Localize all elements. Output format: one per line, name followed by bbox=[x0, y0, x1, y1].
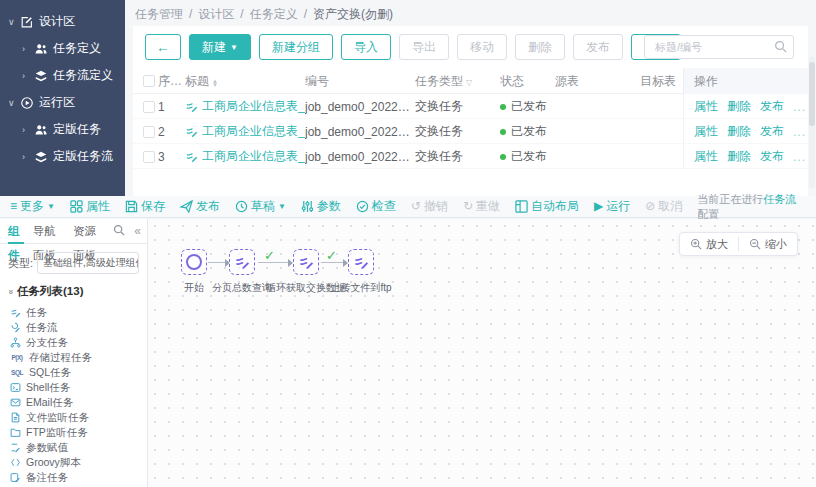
check-button[interactable]: 检查 bbox=[356, 198, 396, 215]
undo-button[interactable]: ↺撤销 bbox=[411, 198, 448, 215]
redo-button[interactable]: ↻重做 bbox=[463, 198, 500, 215]
row-delete-link[interactable]: 删除 bbox=[727, 123, 751, 140]
tab-resources[interactable]: 资源面板 bbox=[73, 219, 104, 244]
tab-navigation[interactable]: 导航面板 bbox=[33, 219, 64, 244]
breadcrumb-item[interactable]: 任务管理 bbox=[135, 6, 183, 23]
move-button[interactable]: 移动 bbox=[457, 34, 507, 60]
component-panel: 组件 导航面板 资源面板 « 类型: 基础组件,高级处理组件▼ » 任务列表(1… bbox=[0, 219, 148, 487]
row-delete-link[interactable]: 删除 bbox=[727, 98, 751, 115]
flow-node-task[interactable] bbox=[229, 249, 255, 275]
task-list-card: ← 新建▼ 新建分组 导入 导出 移动 删除 发布 刷新 序号 标题▲▼ 编号 … bbox=[133, 26, 808, 196]
row-delete-link[interactable]: 删除 bbox=[727, 148, 751, 165]
breadcrumb-item[interactable]: 设计区 bbox=[198, 6, 234, 23]
component-item-param-assign[interactable]: 参数赋值 bbox=[0, 440, 147, 455]
component-item-taskflow[interactable]: 任务流 bbox=[0, 320, 147, 335]
undo-label: 撤销 bbox=[424, 198, 448, 215]
connector-line bbox=[321, 262, 346, 263]
component-item-ftp-listener[interactable]: FTP监听任务 bbox=[0, 425, 147, 440]
new-group-button[interactable]: 新建分组 bbox=[259, 34, 333, 60]
type-select[interactable]: 基础组件,高级处理组件▼ bbox=[37, 252, 139, 274]
draft-button[interactable]: 草稿▼ bbox=[235, 198, 286, 215]
zoom-out-button[interactable]: 缩小 bbox=[739, 233, 797, 255]
properties-button[interactable]: 属性 bbox=[70, 198, 110, 215]
component-item-stored-proc[interactable]: P(X)存储过程任务 bbox=[0, 350, 147, 365]
cancel-run-button[interactable]: ⊘取消 bbox=[645, 198, 682, 215]
auto-layout-button[interactable]: 自动布局 bbox=[515, 198, 579, 215]
row-checkbox[interactable] bbox=[143, 126, 155, 138]
more-button[interactable]: ≡更多▼ bbox=[10, 198, 55, 215]
search-icon[interactable] bbox=[774, 40, 787, 53]
component-item-branch[interactable]: 分支任务 bbox=[0, 335, 147, 350]
component-item-shell[interactable]: Shell任务 bbox=[0, 380, 147, 395]
row-props-link[interactable]: 属性 bbox=[694, 98, 718, 115]
task-status: 已发布 bbox=[500, 148, 555, 165]
sidebar-item-design-area[interactable]: ∨ 设计区 bbox=[0, 8, 125, 35]
component-label: Shell任务 bbox=[26, 381, 70, 395]
col-title[interactable]: 标题▲▼ bbox=[185, 73, 305, 90]
col-type[interactable]: 任务类型▽ bbox=[415, 73, 500, 90]
row-more-link[interactable]: ... bbox=[793, 100, 806, 114]
component-item-file-listener[interactable]: 文件监听任务 bbox=[0, 410, 147, 425]
sidebar-item-run-area[interactable]: ∨ 运行区 bbox=[0, 89, 125, 116]
col-actions: 操作 bbox=[683, 68, 808, 94]
properties-icon bbox=[70, 200, 83, 213]
component-item-task[interactable]: 任务 bbox=[0, 305, 147, 320]
row-more-link[interactable]: ... bbox=[793, 125, 806, 139]
sidebar-item-task-definition[interactable]: › 任务定义 bbox=[0, 35, 125, 62]
new-button[interactable]: 新建▼ bbox=[189, 34, 251, 60]
tab-components[interactable]: 组件 bbox=[8, 219, 24, 244]
task-title-link[interactable]: 工商局企业信息表_demo0_2... bbox=[185, 123, 305, 140]
zoom-in-label: 放大 bbox=[706, 237, 728, 252]
flow-node-task[interactable] bbox=[293, 249, 319, 275]
table-row[interactable]: 3 工商局企业信息表_demo0_2... job_demo0_20220927… bbox=[133, 144, 808, 169]
component-item-email[interactable]: EMail任务 bbox=[0, 395, 147, 410]
search-icon[interactable] bbox=[113, 224, 125, 238]
row-props-link[interactable]: 属性 bbox=[694, 123, 718, 140]
task-title-link[interactable]: 工商局企业信息表_demo0_2... bbox=[185, 148, 305, 165]
export-button[interactable]: 导出 bbox=[399, 34, 449, 60]
filter-funnel-icon[interactable]: ▽ bbox=[466, 78, 472, 87]
params-button[interactable]: 参数 bbox=[301, 198, 341, 215]
menu-icon: ≡ bbox=[10, 200, 17, 213]
select-all-checkbox[interactable] bbox=[143, 75, 155, 87]
collapse-panel-icon[interactable]: « bbox=[134, 224, 141, 238]
flow-canvas[interactable]: 开始 分页总数查询 ✓ 循环获取交换数据 ✓ 上传文件到ftp 放大 缩小 bbox=[148, 219, 816, 487]
save-button[interactable]: 保存 bbox=[125, 198, 165, 215]
sidebar-item-release-task[interactable]: › 定版任务 bbox=[0, 116, 125, 143]
flow-node-task[interactable] bbox=[348, 249, 374, 275]
back-button[interactable]: ← bbox=[145, 34, 181, 60]
task-list-header[interactable]: » 任务列表(13) bbox=[0, 281, 147, 303]
terminal-icon bbox=[10, 382, 21, 393]
search-input[interactable] bbox=[644, 35, 794, 59]
table-row[interactable]: 2 工商局企业信息表_demo0_2... job_demo0_20220927… bbox=[133, 119, 808, 144]
task-type: 交换任务 bbox=[415, 123, 500, 140]
import-button[interactable]: 导入 bbox=[341, 34, 391, 60]
row-checkbox[interactable] bbox=[143, 151, 155, 163]
component-item-sql[interactable]: SQLSQL任务 bbox=[0, 365, 147, 380]
table-row[interactable]: 1 工商局企业信息表_demo0_2... job_demo0_20220927… bbox=[133, 94, 808, 119]
publish-flow-button[interactable]: 发布 bbox=[180, 198, 220, 215]
sidebar-item-release-taskflow[interactable]: › 定版任务流 bbox=[0, 143, 125, 170]
run-button[interactable]: ▶运行 bbox=[594, 198, 630, 215]
undo-icon: ↺ bbox=[411, 200, 421, 213]
row-publish-link[interactable]: 发布 bbox=[760, 148, 784, 165]
redo-label: 重做 bbox=[476, 198, 500, 215]
sort-icon[interactable]: ▲▼ bbox=[212, 79, 218, 87]
publish-button[interactable]: 发布 bbox=[573, 34, 623, 60]
breadcrumb-item-current: 资产交换(勿删) bbox=[313, 6, 393, 23]
row-more-link[interactable]: ... bbox=[793, 150, 806, 164]
component-item-groovy[interactable]: Groovy脚本 bbox=[0, 455, 147, 470]
breadcrumb-item[interactable]: 任务定义 bbox=[250, 6, 298, 23]
task-title-link[interactable]: 工商局企业信息表_demo0_2... bbox=[185, 98, 305, 115]
row-publish-link[interactable]: 发布 bbox=[760, 123, 784, 140]
users-icon bbox=[34, 123, 48, 137]
row-props-link[interactable]: 属性 bbox=[694, 148, 718, 165]
zoom-in-button[interactable]: 放大 bbox=[680, 233, 738, 255]
row-publish-link[interactable]: 发布 bbox=[760, 98, 784, 115]
flow-node-start[interactable] bbox=[181, 249, 207, 275]
sidebar-item-taskflow-definition[interactable]: › 任务流定义 bbox=[0, 62, 125, 89]
scrollbar-thumb[interactable] bbox=[809, 62, 815, 126]
delete-button[interactable]: 删除 bbox=[515, 34, 565, 60]
component-item-note[interactable]: 备注任务 bbox=[0, 470, 147, 485]
row-checkbox[interactable] bbox=[143, 101, 155, 113]
